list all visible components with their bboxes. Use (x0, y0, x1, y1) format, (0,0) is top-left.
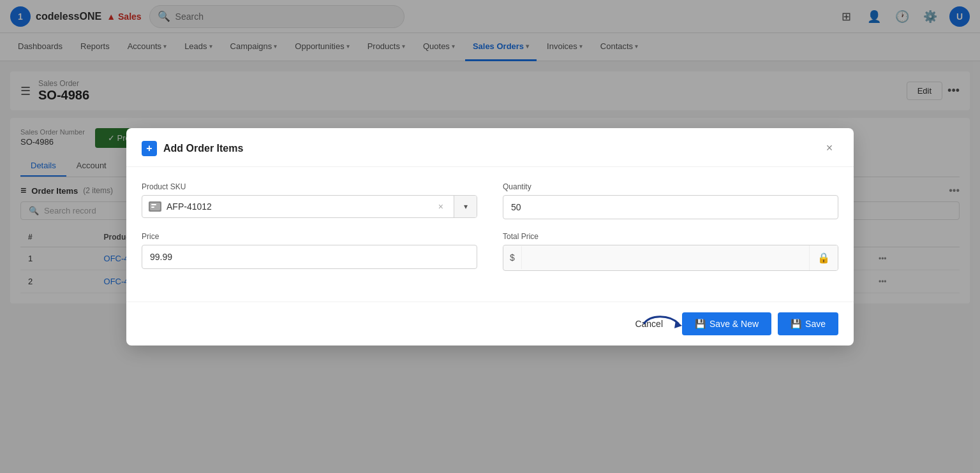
total-input-wrapper: $ 🔒 (503, 245, 838, 271)
lock-icon: 🔒 (809, 245, 838, 270)
modal-title-row: + Add Order Items (142, 141, 243, 156)
product-sku-label: Product SKU (142, 182, 477, 191)
save-new-wrapper: 💾 Save & New (682, 312, 771, 335)
quantity-field: Quantity (503, 182, 838, 219)
modal-overlay: + Add Order Items × Product SKU (0, 0, 980, 473)
form-grid: Product SKU AFP-41012 × (142, 182, 838, 271)
total-price-label: Total Price (503, 232, 838, 241)
quantity-input[interactable] (503, 195, 838, 219)
save-icon: 💾 (791, 319, 801, 329)
modal-header: + Add Order Items × (126, 128, 854, 167)
price-input[interactable] (142, 245, 477, 269)
sku-product-icon (149, 201, 161, 212)
svg-rect-2 (151, 207, 154, 208)
price-field: Price (142, 232, 477, 271)
total-price-input[interactable] (522, 246, 809, 269)
total-price-field: Total Price $ 🔒 (503, 232, 838, 271)
product-sku-field: Product SKU AFP-41012 × (142, 182, 477, 219)
dollar-sign: $ (503, 246, 522, 269)
save-icon: 💾 (695, 319, 706, 329)
modal-body: Product SKU AFP-41012 × (126, 167, 854, 302)
add-order-items-modal: + Add Order Items × Product SKU (126, 128, 854, 346)
modal-footer: Cancel 💾 Save & New 💾 Save (126, 302, 854, 346)
sku-value: AFP-41012 (167, 201, 429, 212)
sku-clear-icon[interactable]: × (434, 201, 447, 212)
save-label: Save (805, 319, 826, 329)
svg-rect-1 (151, 204, 156, 205)
modal-title: Add Order Items (163, 143, 243, 154)
quantity-label: Quantity (503, 182, 838, 191)
sku-input-inner: AFP-41012 × (142, 196, 454, 217)
svg-rect-0 (150, 203, 160, 210)
save-and-new-button[interactable]: 💾 Save & New (682, 312, 771, 335)
save-button[interactable]: 💾 Save (778, 312, 838, 335)
sku-dropdown-button[interactable]: ▾ (454, 196, 477, 217)
modal-close-button[interactable]: × (820, 140, 838, 157)
modal-plus-icon: + (142, 141, 157, 156)
sku-input-wrapper[interactable]: AFP-41012 × ▾ (142, 195, 477, 218)
price-label: Price (142, 232, 477, 241)
cancel-button[interactable]: Cancel (622, 312, 676, 335)
save-new-label: Save & New (709, 319, 759, 329)
